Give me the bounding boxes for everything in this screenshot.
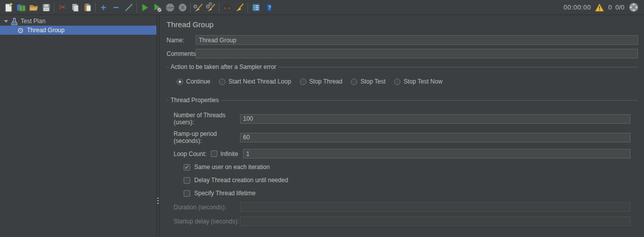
- stop-icon[interactable]: STOP: [164, 1, 176, 14]
- radio-option-start-next-thread-loop[interactable]: Start Next Thread Loop: [219, 78, 291, 85]
- toolbar-separator: [95, 3, 96, 13]
- svg-text:?: ?: [268, 4, 271, 10]
- tree-item-test-plan[interactable]: Test Plan: [0, 17, 156, 26]
- checkbox-label: Specify Thread lifetime: [194, 190, 256, 197]
- thread-lifetime-row[interactable]: Specify Thread lifetime: [184, 189, 638, 197]
- save-icon[interactable]: [40, 1, 52, 14]
- radio-option-stop-test-now[interactable]: Stop Test Now: [394, 78, 442, 85]
- thread-group-gear-icon: ⚙: [17, 27, 24, 34]
- new-file-icon[interactable]: [2, 1, 15, 14]
- rampup-label: Ramp-up period (seconds):: [174, 130, 240, 144]
- thread-group-panel: Thread Group Name: Comments: Action to b…: [159, 15, 644, 237]
- thread-properties-group: Thread Properties Number of Threads (use…: [167, 97, 638, 226]
- rampup-row: Ramp-up period (seconds):: [174, 130, 630, 144]
- expand-arrow-icon[interactable]: [4, 20, 8, 23]
- clear-icon[interactable]: ⚙: [192, 1, 205, 14]
- test-plan-tree: Test Plan ⚙ Thread Group: [0, 15, 157, 237]
- radio-label: Stop Thread: [309, 78, 343, 85]
- start-no-timers-icon[interactable]: [151, 1, 164, 14]
- radio-option-stop-thread[interactable]: Stop Thread: [300, 78, 343, 85]
- name-input[interactable]: [196, 35, 638, 45]
- loop-count-input[interactable]: [243, 149, 630, 159]
- radio-option-stop-test[interactable]: Stop Test: [351, 78, 385, 85]
- startup-delay-row: Startup delay (seconds):: [174, 216, 630, 226]
- comments-row: Comments:: [167, 49, 638, 58]
- toolbar-separator: [190, 3, 191, 13]
- remove-icon[interactable]: −: [110, 1, 122, 14]
- tree-item-thread-group[interactable]: ⚙ Thread Group: [0, 26, 156, 35]
- checkbox-label: Same user on each iteration: [194, 164, 270, 171]
- duration-row: Duration (seconds):: [174, 202, 630, 212]
- svg-text:STOP: STOP: [167, 7, 173, 9]
- loop-count-row: Loop Count: Infinite: [174, 149, 630, 159]
- help-icon[interactable]: ?: [262, 1, 275, 14]
- radio-icon[interactable]: [177, 78, 183, 85]
- cut-icon[interactable]: ✂: [56, 1, 68, 14]
- tree-item-label: Test Plan: [21, 18, 45, 25]
- radio-label: Start Next Thread Loop: [228, 78, 291, 85]
- thread-lifetime-checkbox[interactable]: [184, 190, 190, 197]
- startup-delay-input: [240, 216, 630, 226]
- radio-icon[interactable]: [351, 78, 357, 85]
- comments-label: Comments:: [167, 50, 196, 57]
- sampler-error-options: Continue Start Next Thread Loop Stop Thr…: [177, 78, 638, 85]
- gear-glyph: ⚙: [193, 4, 198, 10]
- infinite-checkbox[interactable]: [211, 150, 217, 157]
- gear-glyph: ⚙: [208, 2, 212, 7]
- thread-properties-legend: Thread Properties: [167, 97, 638, 104]
- open-file-icon[interactable]: [27, 1, 40, 14]
- splitter-grip[interactable]: [157, 198, 159, 204]
- toolbar-separator: [54, 3, 54, 13]
- startup-delay-label: Startup delay (seconds):: [174, 218, 240, 225]
- shutdown-icon[interactable]: [176, 1, 189, 14]
- same-user-checkbox[interactable]: ✓: [184, 164, 190, 171]
- sampler-error-legend: Action to be taken after a Sampler error: [167, 63, 638, 70]
- radio-label: Continue: [186, 78, 210, 85]
- radio-icon[interactable]: [300, 78, 306, 85]
- page-title: Thread Group: [167, 20, 638, 29]
- clear-all-icon[interactable]: ⚙ ⚙: [205, 1, 217, 14]
- tree-item-label: Thread Group: [27, 27, 64, 34]
- toolbar-separator: [136, 3, 137, 13]
- loop-count-label: Loop Count:: [174, 150, 211, 157]
- infinite-label: Infinite: [220, 150, 238, 157]
- panel-splitter[interactable]: [157, 15, 159, 237]
- start-icon[interactable]: [138, 1, 151, 14]
- toolbar-status: 00:00:00 0 0/0: [564, 1, 639, 14]
- name-row: Name:: [167, 35, 638, 45]
- same-user-row[interactable]: ✓ Same user on each iteration: [184, 163, 638, 171]
- templates-icon[interactable]: [15, 1, 27, 14]
- paste-icon[interactable]: [81, 1, 94, 14]
- radio-label: Stop Test: [360, 78, 385, 85]
- search-icon[interactable]: [221, 1, 233, 14]
- add-icon[interactable]: +: [97, 1, 110, 14]
- function-helper-icon[interactable]: [250, 1, 262, 14]
- radio-icon[interactable]: [219, 78, 225, 85]
- radio-icon[interactable]: [394, 78, 400, 85]
- comments-input[interactable]: [196, 49, 638, 58]
- elapsed-timer: 00:00:00: [564, 4, 591, 11]
- duration-label: Duration (seconds):: [174, 204, 240, 211]
- radio-label: Stop Test Now: [404, 78, 442, 85]
- warning-count: 0: [608, 4, 612, 11]
- toolbar-separator: [219, 3, 219, 13]
- checkbox-label: Delay Thread creation until needed: [194, 177, 288, 184]
- delay-thread-checkbox[interactable]: [184, 177, 190, 184]
- content-area: Test Plan ⚙ Thread Group Thread Group Na…: [0, 15, 644, 237]
- sampler-error-group: Action to be taken after a Sampler error…: [167, 63, 638, 85]
- rampup-input[interactable]: [240, 133, 630, 142]
- toolbar-separator: [248, 3, 248, 13]
- search-reset-icon[interactable]: [233, 1, 246, 14]
- test-plan-flask-icon: [11, 18, 18, 25]
- toolbar: ✂ + − STOP: [0, 0, 644, 15]
- thread-state-indicator-icon: [628, 1, 639, 14]
- num-threads-input[interactable]: [240, 114, 630, 124]
- num-threads-label: Number of Threads (users):: [174, 112, 240, 126]
- delay-thread-row[interactable]: Delay Thread creation until needed: [184, 176, 638, 184]
- duration-input: [240, 202, 630, 212]
- log-warning-icon[interactable]: [595, 1, 605, 14]
- name-label: Name:: [167, 37, 196, 44]
- radio-option-continue[interactable]: Continue: [177, 78, 210, 85]
- copy-icon[interactable]: [68, 1, 81, 14]
- toggle-icon[interactable]: [122, 1, 135, 14]
